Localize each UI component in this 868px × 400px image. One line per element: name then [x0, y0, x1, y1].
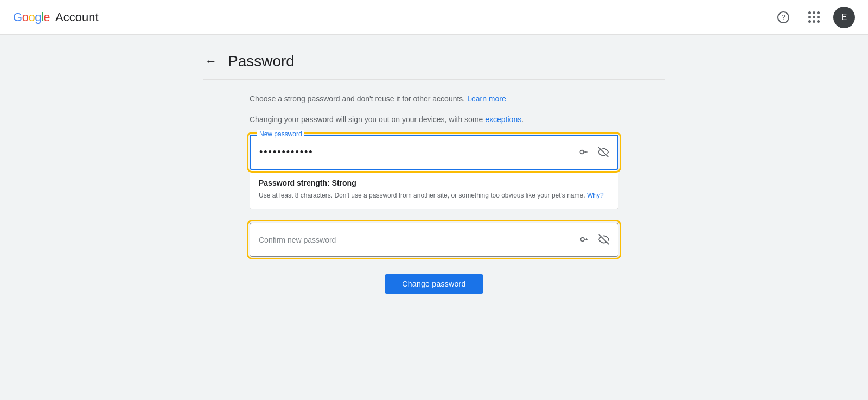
help-button[interactable]: ? — [773, 7, 794, 28]
eye-slash-icon — [598, 147, 609, 157]
strength-title: Password strength: Strong — [259, 179, 609, 187]
password-strength-panel: Password strength: Strong Use at least 8… — [250, 170, 618, 209]
why-link[interactable]: Why? — [587, 192, 604, 199]
learn-more-link[interactable]: Learn more — [467, 94, 506, 103]
help-icon: ? — [777, 11, 789, 23]
svg-point-2 — [580, 238, 584, 242]
logo-g2: g — [35, 10, 41, 24]
header-actions: ? E — [773, 7, 855, 28]
exceptions-link[interactable]: exceptions — [485, 115, 521, 124]
page-content: ← Password Choose a strong password and … — [190, 35, 678, 294]
page-title: Password — [228, 53, 295, 70]
password-key-icon-btn[interactable] — [576, 144, 591, 160]
confirm-password-field — [250, 223, 618, 257]
confirm-password-icons — [577, 232, 611, 247]
confirm-key-icon-btn[interactable] — [577, 232, 592, 247]
logo-o1: o — [22, 10, 29, 24]
app-header: G o o g l e Account ? E — [0, 0, 868, 35]
info-text-2: Changing your password will sign you out… — [250, 113, 618, 125]
header-logo-area: G o o g l e Account — [13, 10, 99, 24]
user-avatar-button[interactable]: E — [833, 7, 855, 28]
confirm-toggle-visibility-btn[interactable] — [596, 232, 611, 247]
google-logo: G o o g l e — [13, 10, 50, 24]
new-password-label: New password — [257, 130, 304, 138]
logo-o2: o — [28, 10, 35, 24]
apps-button[interactable] — [803, 7, 825, 28]
logo-e: e — [43, 10, 50, 24]
confirm-eye-slash-icon — [598, 234, 609, 245]
page-header: ← Password — [203, 52, 665, 80]
new-password-icons — [576, 144, 611, 160]
svg-point-0 — [580, 150, 584, 154]
toggle-visibility-btn[interactable] — [596, 144, 611, 160]
info-text-1: Choose a strong password and don't reuse… — [250, 93, 618, 105]
confirm-password-wrapper — [250, 223, 618, 257]
key-icon — [578, 147, 589, 157]
change-password-button[interactable]: Change password — [385, 274, 483, 294]
new-password-field: New password — [250, 135, 618, 170]
new-password-input[interactable] — [251, 136, 617, 169]
section-container: Choose a strong password and don't reuse… — [250, 93, 618, 294]
back-button[interactable]: ← — [203, 52, 219, 71]
strength-desc: Use at least 8 characters. Don't use a p… — [259, 191, 609, 200]
logo-g: G — [13, 10, 22, 24]
confirm-key-icon — [579, 234, 590, 245]
header-title: Account — [55, 10, 99, 24]
confirm-password-input[interactable] — [250, 223, 618, 256]
apps-grid-icon — [808, 11, 820, 23]
